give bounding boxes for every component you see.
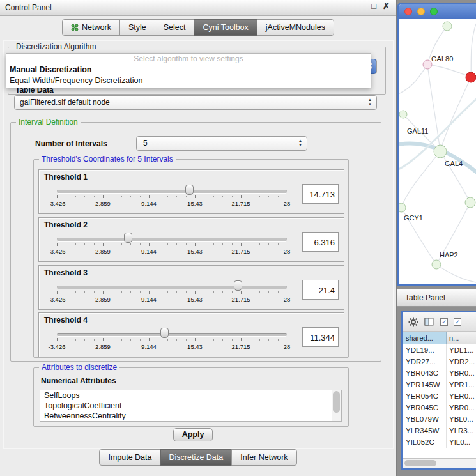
close-traffic-light[interactable]: [404, 8, 412, 15]
list-vertical-scrollbar[interactable]: [332, 390, 341, 421]
slider-tick-label: 28: [284, 343, 291, 350]
slider-thumb[interactable]: [124, 233, 132, 243]
numerical-attributes-list[interactable]: SelfLoopsTopologicalCoefficientBetweenne…: [40, 390, 342, 422]
group-title: Threshold's Coordinates for 5 Intervals: [39, 155, 176, 164]
slider-thumb[interactable]: [234, 280, 242, 291]
chevron-up-down-icon: ▲▼: [368, 98, 372, 107]
network-node[interactable]: [443, 22, 452, 31]
slider-tick-label: 15.43: [187, 296, 203, 303]
slider-track[interactable]: [57, 286, 287, 289]
network-tab-icon: [71, 24, 79, 31]
tab-label: Network: [82, 20, 111, 35]
network-node-selected[interactable]: [466, 72, 476, 82]
threshold-value-field[interactable]: 6.316: [302, 232, 339, 252]
tab-label: Infer Network: [240, 450, 288, 465]
table-cell: YBR045C: [403, 402, 447, 413]
tab-cyni-toolbox[interactable]: Cyni Toolbox: [194, 19, 257, 36]
threshold-3-slider[interactable]: -3.4262.8599.14415.4321.71528: [57, 280, 287, 307]
table-body: YDL19...YDL1...YDR27...YDR2...YBR043CYBR…: [403, 344, 476, 459]
network-canvas[interactable]: GAL80 GAL11 GAL4 GCY1 HAP2: [399, 19, 476, 284]
threshold-1-slider[interactable]: -3.4262.8599.14415.4321.71528: [57, 184, 287, 211]
slider-tick-label: 9.144: [141, 200, 157, 207]
columns-icon[interactable]: [424, 318, 434, 326]
threshold-2-slider[interactable]: -3.4262.8599.14415.4321.71528: [57, 232, 287, 259]
threshold-value-field[interactable]: 11.344: [302, 327, 339, 347]
threshold-value-field[interactable]: 21.4: [302, 280, 339, 300]
algorithm-option-manual[interactable]: Manual Discretization: [6, 65, 371, 75]
table-data-value: galFiltered.sif default node: [20, 96, 110, 109]
number-of-intervals-combobox[interactable]: 5 ▲▼: [136, 136, 307, 151]
table-toolbar: ✓ ✓: [403, 312, 476, 332]
slider-thumb[interactable]: [160, 328, 169, 338]
column-header-shared-name[interactable]: shared...: [403, 332, 447, 344]
table-cell: YBL079W: [403, 413, 447, 425]
scrollbar-thumb[interactable]: [404, 460, 436, 466]
table-cell: YLR345W: [403, 425, 447, 436]
network-node[interactable]: [465, 197, 475, 208]
slider-track[interactable]: [57, 333, 287, 337]
gear-icon[interactable]: [408, 317, 418, 327]
tab-style[interactable]: Style: [119, 19, 155, 36]
tab-select[interactable]: Select: [155, 19, 195, 36]
tab-discretize-data[interactable]: Discretize Data: [160, 449, 233, 466]
table-row[interactable]: YPR145WYPR1...: [403, 379, 476, 390]
slider-tick-label: 28: [284, 296, 291, 303]
table-cell: YDL19...: [403, 344, 447, 356]
numerical-attribute-item[interactable]: TopologicalCoefficient: [40, 401, 341, 411]
slider-track[interactable]: [57, 190, 287, 194]
window-title: Control Panel: [5, 0, 52, 15]
threshold-4-slider[interactable]: -3.4262.8599.14415.4321.71528: [57, 327, 287, 354]
slider-tick-label: 21.715: [231, 248, 250, 255]
table-cell: YPR145W: [403, 379, 447, 390]
tab-infer-network[interactable]: Infer Network: [231, 449, 296, 466]
table-row[interactable]: YBR045CYBR0...: [403, 402, 476, 413]
table-row[interactable]: YER054CYER0...: [403, 390, 476, 402]
numerical-attribute-item[interactable]: SelfLoops: [40, 390, 341, 401]
table-horizontal-scrollbar[interactable]: [403, 458, 476, 468]
number-of-intervals-value: 5: [143, 137, 148, 150]
algorithm-option-equal-width[interactable]: Equal Width/Frequency Discretization: [6, 75, 371, 86]
table-row[interactable]: YDR27...YDR2...: [403, 356, 476, 367]
slider-tick-label: 15.43: [187, 200, 203, 207]
network-node-hap2[interactable]: [432, 260, 441, 269]
table-data-combobox[interactable]: galFiltered.sif default node ▲▼: [14, 95, 377, 110]
column-header-name[interactable]: n...: [447, 332, 476, 344]
threshold-value-field[interactable]: 14.713: [302, 184, 339, 204]
slider-scale: -3.4262.8599.14415.4321.71528: [57, 248, 287, 256]
apply-button[interactable]: Apply: [173, 428, 213, 441]
select-column-checkbox-icon[interactable]: ✓: [454, 318, 461, 326]
tab-jactivemnodules[interactable]: jActiveMNodules: [257, 19, 334, 36]
slider-major-ticks: [57, 291, 287, 294]
slider-tick-label: 9.144: [141, 248, 157, 255]
scrollbar-thumb[interactable]: [333, 391, 340, 413]
float-window-icon[interactable]: □: [371, 1, 376, 11]
network-node[interactable]: [399, 111, 407, 118]
network-node-gal80[interactable]: [423, 60, 432, 69]
table-cell: YDL1...: [447, 344, 476, 356]
table-row[interactable]: YBL079WYBL0...: [403, 413, 476, 425]
threshold-label: Threshold 1: [44, 173, 88, 181]
slider-tick-label: 28: [284, 248, 291, 255]
table-cell: YPR1...: [447, 379, 476, 390]
zoom-traffic-light[interactable]: [430, 8, 438, 15]
tab-impute-data[interactable]: Impute Data: [99, 449, 160, 466]
slider-thumb[interactable]: [185, 185, 194, 195]
network-node-gal4[interactable]: [434, 145, 447, 158]
network-node-gcy1[interactable]: [399, 203, 406, 212]
chevron-up-down-icon: ▲▼: [298, 139, 302, 148]
number-of-intervals-label: Number of Intervals: [35, 139, 107, 148]
table-row[interactable]: YDL19...YDL1...: [403, 344, 476, 356]
minimize-traffic-light[interactable]: [417, 8, 425, 15]
slider-track[interactable]: [57, 238, 287, 242]
table-panel-title: Table Panel: [405, 289, 445, 307]
threshold-4-panel: Threshold 4 -3.4262.8599.14415.4321.7152…: [38, 312, 344, 357]
table-row[interactable]: YLR345WYLR3...: [403, 425, 476, 436]
table-row[interactable]: YBR043CYBR0...: [403, 367, 476, 379]
tab-network[interactable]: Network: [62, 19, 120, 36]
close-window-icon[interactable]: ✗: [383, 1, 390, 11]
slider-scale: -3.4262.8599.14415.4321.71528: [57, 343, 287, 351]
threshold-1-panel: Threshold 1 -3.4262.8599.14415.4321.7152…: [38, 169, 344, 214]
numerical-attribute-item[interactable]: BetweennessCentrality: [40, 411, 341, 421]
table-row[interactable]: YIL052CYIL0...: [403, 436, 476, 448]
select-all-checkbox-icon[interactable]: ✓: [440, 318, 448, 326]
